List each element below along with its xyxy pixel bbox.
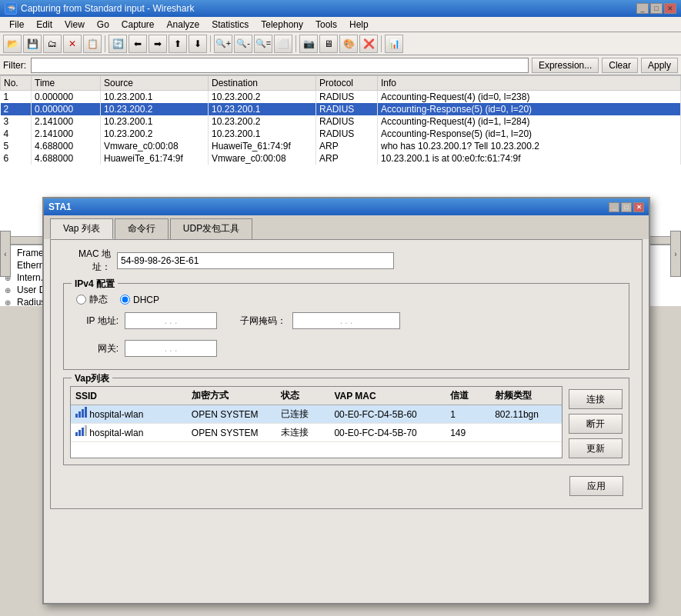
apply-button[interactable]: 应用 — [569, 476, 623, 496]
mac-label: MAC 地址： — [63, 248, 117, 274]
tab-command-line[interactable]: 命令行 — [115, 218, 169, 239]
left-panel-toggle[interactable]: ‹ — [0, 231, 11, 277]
close-button[interactable]: ✕ — [664, 3, 676, 14]
static-radio-input[interactable] — [76, 295, 86, 305]
table-row[interactable]: 54.688000Vmware_c0:00:08HuaweiTe_61:74:9… — [1, 140, 681, 152]
vap-col-channel: 信道 — [446, 387, 490, 405]
col-dest[interactable]: Destination — [209, 76, 316, 91]
subnet-input[interactable]: . . . — [292, 312, 400, 329]
menu-capture[interactable]: Capture — [115, 18, 161, 32]
sep4 — [381, 35, 382, 52]
ip-field-label: IP 地址: — [76, 315, 119, 328]
menu-analyze[interactable]: Analyze — [161, 18, 206, 32]
menu-go[interactable]: Go — [91, 18, 115, 32]
ip-placeholder: . . . — [165, 315, 178, 326]
table-row[interactable]: 20.00000010.23.200.210.23.200.1RADIUSAcc… — [1, 103, 681, 115]
normal-size-button[interactable]: ⬜ — [274, 35, 292, 53]
dhcp-radio[interactable]: DHCP — [120, 295, 159, 305]
table-row[interactable]: 32.14100010.23.200.110.23.200.2RADIUSAcc… — [1, 115, 681, 128]
vap-col-enc: 加密方式 — [187, 387, 276, 405]
gateway-input[interactable]: . . . — [125, 340, 217, 357]
menu-tools[interactable]: Tools — [309, 18, 343, 32]
expand-udp-icon: ⊕ — [5, 286, 14, 295]
maximize-button[interactable]: □ — [650, 3, 663, 14]
next-button[interactable]: ➡ — [149, 35, 167, 53]
table-row[interactable]: 10.00000010.23.200.110.23.200.2RADIUSAcc… — [1, 91, 681, 104]
down-button[interactable]: ⬇ — [189, 35, 207, 53]
vap-table-row[interactable]: hospital-wlanOPEN SYSTEM已连接00-E0-FC-D4-5… — [71, 405, 562, 424]
vap-table: SSID 加密方式 状态 VAP MAC 信道 射频类型 hospital-wl… — [71, 387, 562, 442]
gateway-field-label: 网关: — [76, 342, 119, 355]
col-source[interactable]: Source — [101, 76, 209, 91]
title-bar: 🦈 Capturing from Standard input - Wiresh… — [0, 0, 681, 17]
vap-section-label: Vap列表 — [72, 372, 112, 385]
dialog-tab-bar: Vap 列表 命令行 UDP发包工具 — [44, 215, 649, 239]
dhcp-label: DHCP — [133, 295, 159, 305]
apply-filter-button[interactable]: Apply — [641, 58, 678, 73]
reload-button[interactable]: 🔄 — [108, 35, 127, 53]
dhcp-radio-input[interactable] — [120, 295, 130, 305]
signal-strength-icon — [75, 408, 87, 418]
menu-statistics[interactable]: Statistics — [205, 18, 255, 32]
right-panel-toggle[interactable]: › — [670, 231, 681, 277]
minimize-button[interactable]: _ — [636, 3, 649, 14]
menu-bar: File Edit View Go Capture Analyze Statis… — [0, 17, 681, 32]
dialog-title-controls[interactable]: _ □ ✕ — [609, 202, 644, 212]
expand-radius-icon: ⊕ — [5, 298, 14, 307]
title-bar-controls[interactable]: _ □ ✕ — [636, 3, 676, 14]
tab-udp-tool[interactable]: UDP发包工具 — [170, 218, 252, 239]
filter-input[interactable] — [31, 58, 529, 73]
dialog-maximize[interactable]: □ — [621, 202, 632, 212]
menu-help[interactable]: Help — [343, 18, 375, 32]
tab-vap-list[interactable]: Vap 列表 — [50, 218, 113, 239]
vap-table-row[interactable]: hospital-wlanOPEN SYSTEM未连接00-E0-FC-D4-5… — [71, 424, 562, 442]
stats-button[interactable]: 📊 — [385, 35, 403, 53]
zoom-in-button[interactable]: 🔍+ — [214, 35, 232, 53]
capture-interfaces-button[interactable]: 🖥 — [319, 35, 338, 53]
col-info[interactable]: Info — [378, 76, 681, 91]
zoom-out-button[interactable]: 🔍- — [234, 35, 252, 53]
prefs-button[interactable]: ❌ — [359, 35, 378, 53]
dialog-title: STA1 — [48, 201, 72, 212]
capture-button[interactable]: 📋 — [83, 35, 102, 53]
prev-button[interactable]: ⬅ — [129, 35, 147, 53]
sep3 — [295, 35, 296, 52]
open-button[interactable]: 📂 — [3, 35, 22, 53]
menu-view[interactable]: View — [58, 18, 91, 32]
menu-file[interactable]: File — [3, 18, 30, 32]
table-row[interactable]: 42.14100010.23.200.210.23.200.1RADIUSAcc… — [1, 128, 681, 140]
zoom-fit-button[interactable]: 🔍= — [254, 35, 272, 53]
close-file-button[interactable]: 🗂 — [43, 35, 62, 53]
clear-button[interactable]: Clear — [602, 58, 638, 73]
mac-row: MAC 地址： — [63, 248, 629, 274]
ipv4-section-label: IPv4 配置 — [72, 278, 118, 291]
expression-button[interactable]: Expression... — [532, 58, 599, 73]
connect-button[interactable]: 连接 — [569, 389, 623, 409]
sta1-dialog: STA1 _ □ ✕ Vap 列表 命令行 UDP发包工具 MAC 地址： IP… — [42, 197, 650, 604]
table-row[interactable]: 64.688000HuaweiTe_61:74:9fVmware_c0:00:0… — [1, 152, 681, 165]
vap-section: Vap列表 SSID 加密方式 状态 VAP MAC 信道 射频类型 — [63, 378, 629, 465]
refresh-button[interactable]: 更新 — [569, 438, 623, 458]
dialog-minimize[interactable]: _ — [609, 202, 619, 212]
apply-row: 应用 — [63, 471, 629, 501]
menu-telephony[interactable]: Telephony — [255, 18, 309, 32]
vap-col-status: 状态 — [276, 387, 330, 405]
disconnect-button[interactable]: 断开 — [569, 414, 623, 434]
col-no[interactable]: No. — [1, 76, 32, 91]
save-button[interactable]: 💾 — [23, 35, 42, 53]
sep2 — [210, 35, 211, 52]
dialog-close[interactable]: ✕ — [633, 202, 644, 212]
mac-input[interactable] — [117, 252, 394, 269]
col-proto[interactable]: Protocol — [316, 76, 378, 91]
stop-button[interactable]: ✕ — [63, 35, 82, 53]
col-time[interactable]: Time — [32, 76, 101, 91]
ipv4-section: IPv4 配置 静态 DHCP IP 地址: . . . — [63, 283, 629, 370]
up-button[interactable]: ⬆ — [169, 35, 187, 53]
static-radio[interactable]: 静态 — [76, 293, 108, 306]
menu-edit[interactable]: Edit — [30, 18, 58, 32]
ip-input[interactable]: . . . — [125, 312, 217, 329]
capture-start-button[interactable]: 📷 — [299, 35, 318, 53]
static-label: 静态 — [89, 293, 108, 306]
vap-col-type: 射频类型 — [490, 387, 562, 405]
color-button[interactable]: 🎨 — [339, 35, 358, 53]
